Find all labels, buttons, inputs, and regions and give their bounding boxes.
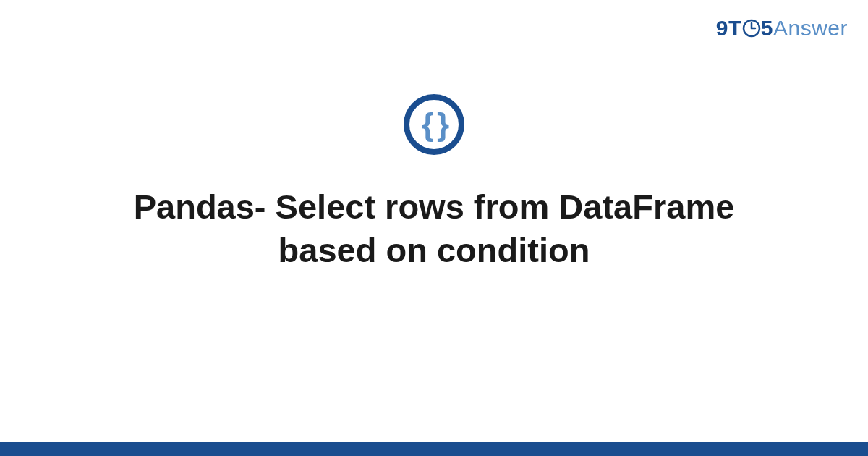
logo-text-5: 5 [761, 16, 773, 40]
logo-text-answer: Answer [773, 16, 848, 40]
braces-glyph: { } [422, 109, 446, 140]
main-content: { } Pandas- Select rows from DataFrame b… [0, 94, 868, 272]
code-braces-icon: { } [404, 94, 464, 155]
page-title: Pandas- Select rows from DataFrame based… [109, 185, 760, 272]
logo-text-9t: 9T [716, 16, 742, 40]
clock-icon [742, 19, 761, 38]
footer-bar [0, 442, 868, 456]
site-logo: 9T5Answer [716, 16, 848, 41]
